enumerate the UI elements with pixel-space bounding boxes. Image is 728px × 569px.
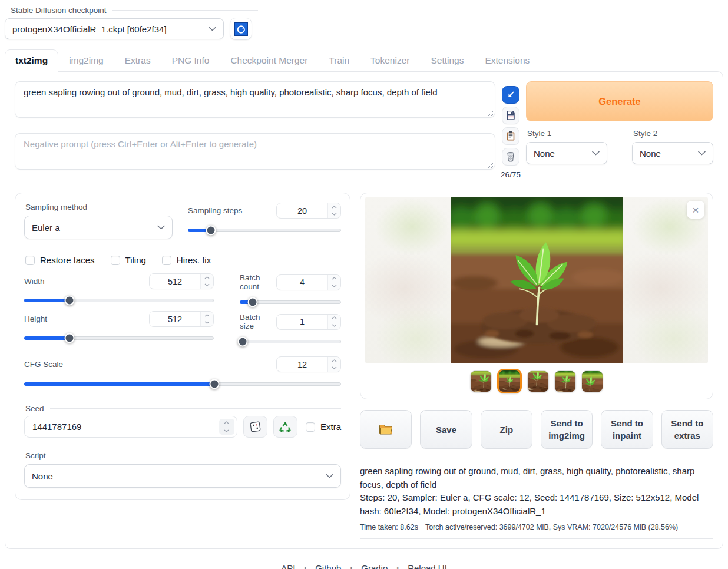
gallery-thumbnail-5[interactable] [581,370,603,392]
tab-extensions[interactable]: Extensions [474,49,540,72]
footer-link-reload-ui[interactable]: Reload UI [408,563,447,569]
prompt-tools: 26/75 [501,81,520,179]
chevron-down-icon [698,151,706,156]
cfg-scale-slider[interactable] [24,379,341,389]
cfg-scale-input[interactable]: 12 [276,356,341,372]
slider-thumb[interactable] [206,226,216,236]
gallery-thumbnail-2-selected[interactable] [497,369,522,393]
tab-train[interactable]: Train [318,49,360,72]
chevron-down-icon [157,225,165,230]
send-to-inpaint-button[interactable]: Send to inpaint [601,410,653,449]
recycle-icon [279,421,292,434]
stepper[interactable] [327,203,340,218]
batch-size-slider[interactable] [240,336,341,347]
generate-button[interactable]: Generate [526,81,713,121]
stepper[interactable] [327,315,340,329]
gallery-thumbnail-4[interactable] [554,370,576,392]
paste-params-button[interactable] [502,86,519,104]
stepper[interactable] [200,312,213,326]
send-to-extras-button[interactable]: Send to extras [661,410,713,449]
separator-dot: • [304,564,306,569]
batch-size-label: Batch size [240,313,276,330]
output-section: × Save Zip Send to img2img [360,193,713,539]
restore-faces-checkbox[interactable]: Restore faces [25,255,95,265]
generated-image[interactable] [451,197,623,363]
batch-count-label: Batch count [240,273,276,291]
slider-thumb[interactable] [65,296,75,306]
footer-link-gradio[interactable]: Gradio [361,563,388,569]
slider-thumb[interactable] [209,379,219,389]
generation-params-panel: Sampling method Euler a Sampling steps 2… [15,193,350,500]
info-prompt: green sapling rowing out of ground, mud,… [360,465,713,491]
refresh-checkpoints-button[interactable] [230,18,252,40]
generation-info: green sapling rowing out of ground, mud,… [360,465,713,539]
gallery-thumbnail-1[interactable] [470,370,492,392]
script-dropdown[interactable]: None [24,464,341,488]
stepper[interactable] [219,419,234,435]
height-slider[interactable] [24,333,214,343]
save-button[interactable]: Save [420,410,472,449]
tab-png-info[interactable]: PNG Info [161,49,220,72]
save-style-button[interactable] [502,107,519,124]
width-slider[interactable] [24,295,214,306]
batch-count-input[interactable]: 4 [276,274,341,290]
slider-thumb[interactable] [65,333,75,343]
footer-link-github[interactable]: Github [315,563,341,569]
batch-count-slider[interactable] [240,297,341,307]
main-tabs: txt2img img2img Extras PNG Info Checkpoi… [5,49,723,71]
chevron-down-icon [209,27,216,31]
dice-icon [249,421,262,433]
seed-input[interactable]: 1441787169 [24,416,237,438]
tab-img2img[interactable]: img2img [58,49,114,72]
checkpoint-dropdown[interactable]: protogenX34OfficialR_1.ckpt [60fe2f34] [5,18,224,39]
sd-webui-app: Stable Diffusion checkpoint protogenX34O… [0,0,728,569]
prompt-input[interactable]: green sapling rowing out of ground, mud,… [15,81,495,118]
cfg-scale-label: CFG Scale [24,360,276,369]
sampling-steps-label: Sampling steps [188,206,276,215]
batch-size-input[interactable]: 1 [276,314,341,330]
tab-checkpoint-merger[interactable]: Checkpoint Merger [220,49,318,72]
token-counter: 26/75 [501,170,521,179]
sampling-steps-input[interactable]: 20 [276,203,341,219]
tab-txt2img[interactable]: txt2img [5,49,58,72]
width-input[interactable]: 512 [149,273,214,289]
width-label: Width [24,277,149,286]
reuse-seed-button[interactable] [273,416,297,438]
tab-tokenizer[interactable]: Tokenizer [360,49,420,72]
checkpoint-value: protogenX34OfficialR_1.ckpt [60fe2f34] [12,24,167,34]
separator-dot: • [350,564,352,569]
extra-seed-checkbox[interactable]: Extra [306,422,341,432]
footer-link-api[interactable]: API [281,563,295,569]
seed-label: Seed [25,404,341,413]
slider-thumb[interactable] [248,297,258,307]
sampling-method-dropdown[interactable]: Euler a [24,216,173,239]
stepper[interactable] [200,274,213,289]
chevron-down-icon [326,474,333,478]
apply-style-button[interactable] [502,127,519,145]
height-input[interactable]: 512 [149,311,214,327]
zip-button[interactable]: Zip [481,410,532,449]
gallery-thumbnail-3[interactable] [527,370,549,392]
folder-icon [379,424,393,435]
footer: API • Github • Gradio • Reload UI python… [5,563,723,569]
checkpoint-section: Stable Diffusion checkpoint protogenX34O… [5,6,258,40]
tab-settings[interactable]: Settings [420,49,474,72]
style1-dropdown[interactable]: None [526,142,607,164]
stepper[interactable] [327,275,340,290]
open-folder-button[interactable] [360,410,412,449]
close-image-button[interactable]: × [687,201,704,219]
negative-prompt-input[interactable] [15,133,495,170]
checkpoint-label: Stable Diffusion checkpoint [11,6,258,15]
style2-dropdown[interactable]: None [632,142,713,164]
tab-extras[interactable]: Extras [114,49,161,72]
trash-icon [505,151,516,162]
sampling-steps-slider[interactable] [188,225,341,236]
clear-prompt-button[interactable] [502,148,519,166]
tiling-checkbox[interactable]: Tiling [111,255,146,265]
slider-thumb[interactable] [238,337,248,347]
stepper[interactable] [327,357,340,372]
info-performance: Time taken: 8.62sTorch active/reserved: … [360,522,713,539]
hires-fix-checkbox[interactable]: Hires. fix [162,255,211,265]
send-to-img2img-button[interactable]: Send to img2img [541,410,593,449]
random-seed-button[interactable] [243,416,267,438]
